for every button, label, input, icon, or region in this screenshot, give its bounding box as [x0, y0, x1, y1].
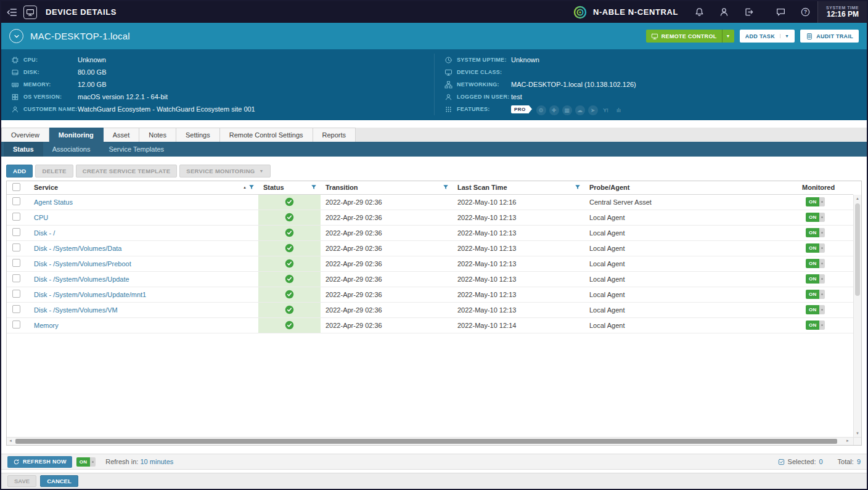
cancel-button[interactable]: CANCEL: [40, 475, 78, 487]
monitored-toggle[interactable]: ON: [806, 259, 825, 268]
col-monitored[interactable]: Monitored: [802, 184, 835, 191]
filter-transition-icon[interactable]: [443, 184, 449, 190]
chevron-down-icon: [13, 33, 20, 40]
auto-refresh-toggle[interactable]: ON: [76, 457, 96, 467]
monitored-toggle[interactable]: ON: [806, 197, 825, 206]
transition-cell: 2022-Apr-29 02:36: [321, 317, 452, 333]
monitored-toggle[interactable]: ON: [806, 228, 825, 237]
add-button[interactable]: ADD: [6, 165, 33, 178]
row-checkbox[interactable]: [12, 321, 20, 329]
row-checkbox[interactable]: [12, 259, 20, 267]
monitored-toggle[interactable]: ON: [806, 213, 825, 222]
subtab-status[interactable]: Status: [4, 142, 43, 157]
filter-service-icon[interactable]: [248, 184, 255, 190]
sort-asc-icon[interactable]: ▲: [243, 186, 247, 189]
horizontal-scrollbar[interactable]: ◄ ►: [7, 437, 853, 445]
row-checkbox[interactable]: [12, 197, 20, 205]
table-row: Disk - /System/Volumes/VM 2022-Apr-29 02…: [7, 302, 853, 317]
app-window: DEVICE DETAILS N-ABLE N-CENTRAL SYSTEM T…: [0, 0, 868, 490]
probe-agent-cell: Local Agent: [584, 317, 797, 333]
row-checkbox[interactable]: [12, 213, 20, 221]
service-monitoring-button[interactable]: SERVICE MONITORING▼: [179, 165, 270, 178]
row-checkbox[interactable]: [12, 228, 20, 236]
status-cell: [258, 240, 321, 256]
scroll-right-arrow[interactable]: ►: [846, 439, 850, 443]
status-ok-icon: [285, 228, 294, 237]
service-link[interactable]: Disk - /System/Volumes/Data: [34, 245, 121, 252]
user-menu-button[interactable]: [711, 1, 736, 23]
status-ok-icon: [285, 274, 294, 284]
create-service-template-button[interactable]: CREATE SERVICE TEMPLATE: [76, 165, 178, 178]
row-checkbox[interactable]: [12, 274, 20, 282]
status-ok-icon: [285, 197, 294, 206]
monitored-toggle[interactable]: ON: [806, 305, 825, 314]
service-link[interactable]: CPU: [34, 214, 48, 221]
probe-agent-cell: Local Agent: [584, 287, 797, 302]
monitored-toggle-on: ON: [806, 259, 819, 268]
subtab-service-templates[interactable]: Service Templates: [99, 142, 173, 157]
tab-asset[interactable]: Asset: [104, 128, 140, 142]
monitored-toggle[interactable]: ON: [806, 274, 825, 284]
services-table: Service▲ Status Transition Last Scan Tim…: [7, 181, 853, 333]
system-time-label: SYSTEM TIME: [826, 6, 859, 10]
device-details-icon: [23, 6, 37, 19]
tab-monitoring[interactable]: Monitoring: [49, 128, 104, 142]
service-monitoring-label: SERVICE MONITORING: [186, 168, 255, 174]
monitored-toggle-off: [819, 197, 825, 206]
collapse-menu-icon[interactable]: [6, 7, 17, 18]
monitored-toggle[interactable]: ON: [806, 290, 825, 299]
tab-remote-control-settings[interactable]: Remote Control Settings: [220, 128, 313, 142]
monitored-toggle[interactable]: ON: [806, 321, 825, 330]
logout-button[interactable]: [736, 1, 761, 23]
monitored-toggle[interactable]: ON: [806, 243, 825, 253]
row-checkbox[interactable]: [12, 290, 20, 298]
selected-count: 0: [819, 458, 822, 465]
disk-icon: [11, 68, 19, 76]
help-button[interactable]: [793, 1, 817, 23]
filter-last-scan-icon[interactable]: [575, 184, 581, 190]
mdm-icon: Y!: [601, 105, 611, 115]
col-transition[interactable]: Transition: [326, 184, 358, 191]
monitored-toggle-on: ON: [806, 274, 819, 284]
remote-control-button[interactable]: REMOTE CONTROL ▼: [646, 30, 734, 43]
service-link[interactable]: Disk - /System/Volumes/Preboot: [34, 260, 131, 267]
add-task-dropdown[interactable]: ▼: [780, 34, 789, 38]
horizontal-scroll-thumb[interactable]: [15, 439, 837, 444]
audit-trail-label: AUDIT TRAIL: [816, 33, 853, 39]
service-link[interactable]: Disk - /System/Volumes/VM: [34, 306, 118, 314]
col-service[interactable]: Service: [34, 184, 58, 191]
service-link[interactable]: Memory: [34, 322, 59, 329]
service-link[interactable]: Agent Status: [34, 198, 73, 206]
subtab-associations[interactable]: Associations: [43, 142, 100, 157]
save-button[interactable]: SAVE: [7, 475, 36, 487]
row-checkbox[interactable]: [12, 305, 20, 313]
tab-settings[interactable]: Settings: [176, 128, 220, 142]
tab-reports[interactable]: Reports: [313, 128, 356, 142]
scroll-up-arrow[interactable]: ▲: [854, 197, 861, 200]
scroll-down-arrow[interactable]: ▼: [854, 431, 861, 435]
row-checkbox[interactable]: [12, 243, 20, 251]
chat-button[interactable]: [768, 1, 793, 23]
select-all-checkbox[interactable]: [12, 183, 20, 191]
col-last-scan-time[interactable]: Last Scan Time: [457, 184, 507, 191]
col-status[interactable]: Status: [263, 184, 284, 191]
service-link[interactable]: Disk - /: [34, 229, 55, 237]
vertical-scroll-thumb[interactable]: [855, 203, 860, 296]
scroll-left-arrow[interactable]: ◄: [9, 439, 12, 443]
remote-control-dropdown[interactable]: ▼: [722, 30, 734, 43]
notifications-button[interactable]: [687, 1, 711, 23]
add-task-button[interactable]: ADD TASK ▼: [740, 30, 795, 43]
col-probe-agent[interactable]: Probe/Agent: [589, 184, 629, 191]
delete-button[interactable]: DELETE: [35, 165, 73, 178]
vertical-scrollbar[interactable]: ▲ ▼: [853, 195, 861, 437]
device-header: MAC-DESKTOP-1.local REMOTE CONTROL ▼ ADD…: [1, 23, 867, 49]
service-link[interactable]: Disk - /System/Volumes/Update: [34, 276, 129, 283]
refresh-now-button[interactable]: REFRESH NOW: [7, 456, 72, 468]
filter-status-icon[interactable]: [311, 184, 317, 190]
service-link[interactable]: Disk - /System/Volumes/Update/mnt1: [34, 291, 146, 298]
tab-overview[interactable]: Overview: [1, 128, 49, 142]
tab-notes[interactable]: Notes: [139, 128, 176, 142]
collapse-device-panel-button[interactable]: [9, 29, 23, 43]
audit-trail-button[interactable]: AUDIT TRAIL: [800, 30, 859, 43]
refresh-in-value[interactable]: 10 minutes: [140, 458, 173, 465]
